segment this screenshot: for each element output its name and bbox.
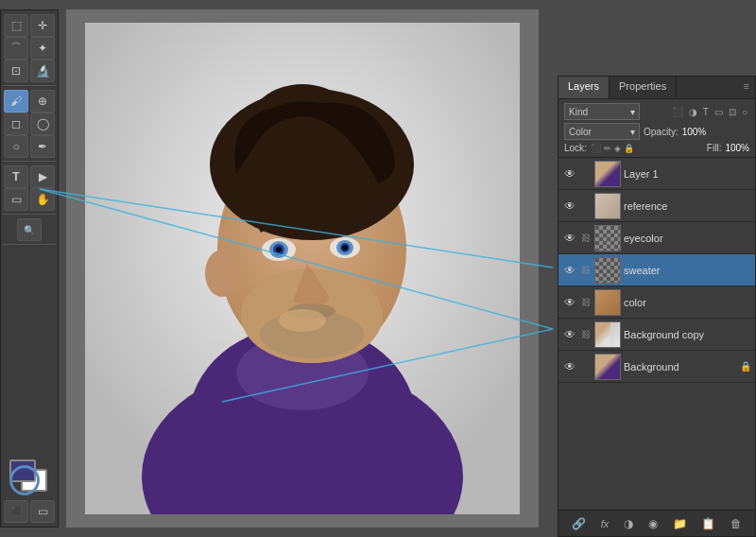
fx-icon[interactable]: fx: [601, 518, 610, 529]
filter-icons: ⬛ ◑ T ▭ ⊡ ○: [670, 106, 749, 118]
lock-position-icon[interactable]: ✏: [604, 144, 611, 153]
layer-item-background[interactable]: 👁 Background 🔒: [558, 351, 755, 383]
visibility-icon[interactable]: 👁: [562, 232, 577, 245]
zoom-tool[interactable]: 🔍: [17, 218, 42, 241]
foreground-color-swatch[interactable]: [9, 459, 36, 482]
screen-mode-tool[interactable]: ▭: [30, 500, 55, 523]
layer-item[interactable]: 👁 reference: [558, 190, 755, 222]
layer-item[interactable]: 👁 ⛓ eyecolor: [558, 222, 755, 254]
layer-thumbnail: [594, 354, 621, 380]
smart-filter-icon[interactable]: ⊡: [727, 106, 738, 118]
lock-icon: 🔒: [740, 361, 751, 372]
layer-name: Background: [624, 361, 737, 372]
layers-list: 👁 Layer 1 👁 reference 👁 ⛓ eyecolor 👁 ⛓ s…: [558, 158, 755, 510]
text-tool[interactable]: T: [4, 165, 28, 188]
rectangle-tool[interactable]: ▭: [4, 188, 28, 211]
blend-mode-label: Color: [569, 127, 592, 137]
rectangular-marquee-tool[interactable]: ⬚: [4, 14, 28, 37]
screen-mode-icon: ▭: [38, 505, 48, 518]
quick-mask-icon: ⬛: [11, 507, 22, 516]
opacity-value[interactable]: 100%: [682, 127, 707, 137]
eyedropper-tool[interactable]: 🔬: [30, 60, 55, 82]
eraser-icon: ◻: [11, 117, 21, 130]
panel-close-btn[interactable]: ≡: [738, 77, 755, 98]
shape-filter-icon[interactable]: ▭: [713, 106, 725, 118]
create-layer-icon[interactable]: 📋: [701, 517, 715, 530]
lasso-icon: ⌒: [10, 41, 22, 57]
move-icon: ✛: [38, 19, 47, 32]
visibility-icon[interactable]: 👁: [562, 199, 577, 213]
kind-row: Kind ▾ ⬛ ◑ T ▭ ⊡ ○: [564, 103, 749, 120]
vector-tools-group: T ▶ ▭ ✋: [3, 165, 56, 215]
layer-name: reference: [624, 200, 751, 212]
pen-tool[interactable]: ✒: [30, 135, 55, 158]
lock-pixel-icon[interactable]: ⬛: [591, 144, 601, 153]
layer-thumbnail: [594, 289, 621, 316]
chain-icon: ⛓: [580, 297, 592, 307]
layer-name: Layer 1: [624, 168, 751, 180]
visibility-icon[interactable]: 👁: [562, 264, 577, 277]
layer-name: Background copy: [624, 329, 751, 340]
wand-icon: ✦: [38, 42, 47, 55]
color-swatches: [9, 459, 49, 495]
delete-layer-icon[interactable]: 🗑: [730, 517, 742, 530]
layer-item-sweater[interactable]: 👁 ⛓ sweater: [558, 254, 755, 286]
move-tool[interactable]: ✛: [30, 14, 55, 37]
clone-stamp-tool[interactable]: ⊕: [30, 90, 55, 113]
hand-tool[interactable]: ✋: [30, 188, 55, 211]
fill-value[interactable]: 100%: [725, 143, 749, 153]
adjustment-filter-icon[interactable]: ◑: [687, 106, 699, 118]
crop-tool[interactable]: ⊡: [4, 60, 28, 82]
magic-wand-tool[interactable]: ✦: [30, 37, 55, 60]
visibility-icon[interactable]: 👁: [562, 296, 577, 309]
lock-label: Lock:: [564, 143, 587, 153]
layer-item[interactable]: 👁 ⛓ Background copy: [558, 319, 755, 351]
blend-opacity-row: Color ▾ Opacity: 100%: [564, 123, 749, 140]
visibility-icon[interactable]: 👁: [562, 360, 577, 373]
marquee-icon: ⬚: [11, 19, 22, 32]
layer-item[interactable]: 👁 ⛓ color: [558, 286, 755, 319]
path-selection-tool[interactable]: ▶: [30, 165, 55, 188]
filter-toggle[interactable]: ○: [740, 106, 749, 118]
pen-icon: ✒: [38, 140, 47, 153]
layer-thumbnail: [594, 225, 621, 251]
selection-tools-group: ⬚ ✛ ⌒ ✦ ⊡ 🔬: [3, 14, 56, 86]
opacity-row: Opacity: 100%: [644, 127, 706, 137]
add-mask-icon[interactable]: ◑: [624, 517, 633, 530]
panel-tabs: Layers Properties ≡: [558, 77, 755, 99]
layer-thumbnail: [594, 193, 621, 219]
type-filter-icon[interactable]: T: [701, 106, 711, 118]
visibility-icon[interactable]: 👁: [562, 167, 577, 181]
pixel-filter-icon[interactable]: ⬛: [670, 106, 685, 118]
layer-thumbnail: [594, 161, 621, 187]
canvas-image[interactable]: [85, 23, 520, 514]
visibility-icon[interactable]: 👁: [562, 328, 577, 341]
eraser-tool[interactable]: ◻: [4, 113, 28, 135]
link-layers-icon[interactable]: 🔗: [572, 517, 586, 530]
layer-name: color: [624, 297, 751, 308]
path-select-icon: ▶: [39, 170, 47, 183]
lock-icons-group: ⬛ ✏ ◈ 🔒: [591, 144, 634, 153]
crop-icon: ⊡: [11, 64, 21, 78]
chain-icon: ⛓: [580, 329, 592, 339]
kind-dropdown[interactable]: Kind ▾: [564, 103, 640, 120]
panel-bottom: 🔗 fx ◑ ◉ 📁 📋 🗑: [558, 510, 755, 536]
panel-controls: Kind ▾ ⬛ ◑ T ▭ ⊡ ○ Color ▾ Opacity: 100%: [558, 99, 755, 158]
tab-layers[interactable]: Layers: [558, 77, 610, 98]
group-layers-icon[interactable]: 📁: [673, 517, 687, 530]
lock-artboard-icon[interactable]: ◈: [614, 144, 621, 153]
brush-tool[interactable]: 🖌: [4, 90, 28, 113]
fill-label: Fill:: [707, 143, 722, 153]
dropdown-arrow: ▾: [630, 107, 635, 117]
blend-mode-dropdown[interactable]: Color ▾: [564, 123, 640, 140]
layers-panel: Layers Properties ≡ Kind ▾ ⬛ ◑ T ▭ ⊡ ○ C…: [558, 76, 756, 537]
adjustment-icon[interactable]: ◉: [648, 517, 658, 530]
svg-point-21: [342, 245, 348, 251]
tab-properties[interactable]: Properties: [610, 77, 677, 98]
dodge-tool[interactable]: ○: [4, 135, 28, 158]
blur-tool[interactable]: ◯: [30, 113, 55, 135]
quick-mask-tool[interactable]: ⬛: [4, 500, 28, 523]
layer-item[interactable]: 👁 Layer 1: [558, 158, 755, 190]
lock-all-icon[interactable]: 🔒: [624, 144, 634, 153]
lasso-tool[interactable]: ⌒: [4, 37, 28, 60]
